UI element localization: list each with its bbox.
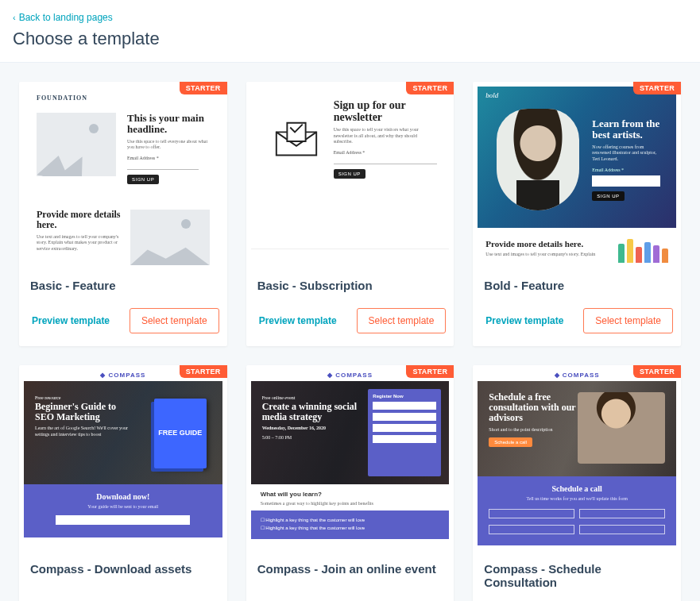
template-card-bold-feature: STARTER bold Learn from the best artists…: [473, 82, 681, 346]
back-link[interactable]: ‹ Back to landing pages: [13, 12, 113, 23]
portrait-image: [497, 109, 579, 210]
starter-badge: STARTER: [633, 82, 681, 94]
thumb-headline: Create a winning social media strategy: [262, 402, 358, 422]
thumb-strip-sub: Your guide will be sent to your email: [33, 504, 213, 510]
thumb-time: 5:00 – 7:00 PM: [262, 435, 358, 441]
thumb-email-label: Email Address *: [334, 150, 437, 155]
thumb-sub: Learn the art of Google Search! We'll co…: [35, 426, 130, 438]
preview-template-link[interactable]: Preview template: [254, 315, 337, 326]
thumb-strip-sub: Tell us time works for you and we'll upd…: [489, 496, 665, 503]
chevron-left-icon: ‹: [13, 13, 16, 22]
template-name: Compass - Download assets: [30, 562, 222, 576]
thumb-brand: bold: [485, 91, 498, 99]
thumb-headline: This is your main headline.: [127, 113, 210, 136]
thumb-input: [592, 175, 660, 187]
book-icon: FREE GUIDE: [154, 399, 207, 468]
template-thumbnail[interactable]: bold Learn from the best artists. Now of…: [478, 87, 676, 269]
select-template-button[interactable]: Select template: [583, 308, 673, 333]
thumb-input: [489, 525, 574, 534]
thumb-date: Wednesday, December 16, 2020: [262, 426, 358, 432]
thumb-input: [334, 156, 437, 164]
template-name: Compass - Schedule Consultation: [484, 562, 676, 589]
starter-badge: STARTER: [180, 365, 227, 378]
select-template-button[interactable]: Select template: [357, 308, 447, 333]
thumb-headline: Sign up for our newsletter: [334, 99, 437, 124]
thumb-below-headline: What will you learn?: [261, 491, 440, 498]
envelope-icon: [272, 99, 321, 179]
thumb-input: [489, 509, 574, 518]
starter-badge: STARTER: [180, 82, 227, 94]
starter-badge: STARTER: [406, 82, 454, 94]
preview-template-link[interactable]: Preview template: [481, 315, 563, 326]
preview-template-link[interactable]: Preview template: [27, 315, 110, 326]
thumb-sub: Short and to the point description: [489, 427, 584, 433]
starter-badge: STARTER: [633, 365, 681, 378]
thumb-sub2: Use text and images to tell your company…: [37, 234, 121, 252]
thumb-form-card: Register Now: [368, 389, 441, 476]
thumb-headline2: Provide more details here.: [37, 210, 121, 230]
thumb-sub: Use this space to tell your visitors wha…: [334, 127, 437, 145]
thumb-email-label: Email Address *: [592, 168, 660, 172]
thumb-input: [579, 525, 665, 534]
template-thumbnail[interactable]: COMPASS Free resource Beginner's Guide t…: [24, 370, 222, 553]
image-placeholder-icon: [130, 210, 210, 265]
pencils-icon: [618, 239, 668, 263]
template-name: Bold - Feature: [484, 279, 676, 292]
thumb-input: [56, 515, 190, 525]
thumb-sub: Now offering courses from renowned illus…: [592, 144, 660, 163]
thumb-signup-btn: SIGN UP: [334, 169, 365, 179]
thumb-input: [127, 162, 199, 170]
thumb-headline: Learn from the best artists.: [592, 118, 660, 141]
template-thumbnail[interactable]: FOUNDATION This is your main headline. U…: [24, 87, 222, 269]
template-thumbnail[interactable]: COMPASS Free online event Create a winni…: [251, 370, 450, 553]
back-link-label: Back to landing pages: [19, 12, 113, 23]
thumb-input: [579, 509, 665, 518]
template-card-compass-event: STARTER COMPASS Free online event Create…: [246, 365, 454, 601]
svg-marker-1: [287, 123, 305, 141]
thumb-below-sub: Sometimes a great way to highlight key p…: [261, 501, 440, 507]
thumb-headline: Schedule a free consultation with our ad…: [489, 392, 584, 424]
select-template-button[interactable]: Select template: [130, 308, 219, 333]
thumb-headline: Beginner's Guide to SEO Marketing: [35, 402, 130, 422]
template-card-compass-consult: STARTER COMPASS Schedule a free consulta…: [473, 365, 681, 601]
template-name: Basic - Subscription: [257, 279, 450, 292]
thumb-strip-headline: Schedule a call: [489, 484, 665, 493]
thumb-strip-headline: Download now!: [33, 492, 213, 501]
template-thumbnail[interactable]: Sign up for our newsletter Use this spac…: [251, 87, 450, 269]
thumb-sub2: Use text and images to tell your company…: [485, 252, 618, 258]
template-name: Compass - Join an online event: [257, 562, 450, 576]
thumb-checkbox-line: ☐ Highlight a key thing that the custome…: [261, 517, 440, 522]
template-thumbnail[interactable]: COMPASS Schedule a free consultation wit…: [478, 370, 676, 553]
thumb-sub: Use this space to tell everyone about wh…: [127, 139, 210, 152]
advisor-image: [578, 392, 665, 464]
thumb-signup-btn: SIGN UP: [592, 191, 624, 201]
thumb-headline2: Provide more details here.: [485, 239, 618, 248]
template-name: Basic - Feature: [30, 279, 222, 292]
image-placeholder-icon: [37, 113, 116, 176]
template-card-basic-subscription: STARTER Sign up for our newsletter Use t…: [246, 82, 454, 346]
thumb-signup-btn: SIGN UP: [127, 175, 159, 184]
thumb-checkbox-line: ☐ Highlight a key thing that the custome…: [261, 525, 440, 530]
template-card-compass-download: STARTER COMPASS Free resource Beginner's…: [19, 365, 227, 601]
starter-badge: STARTER: [406, 365, 454, 378]
template-card-basic-feature: STARTER FOUNDATION This is your main hea…: [19, 82, 227, 346]
thumb-email-label: Email Address *: [127, 156, 210, 160]
template-grid: STARTER FOUNDATION This is your main hea…: [0, 63, 700, 601]
thumb-cta-btn: Schedule a call: [489, 437, 532, 447]
page-title: Choose a template: [13, 29, 687, 49]
